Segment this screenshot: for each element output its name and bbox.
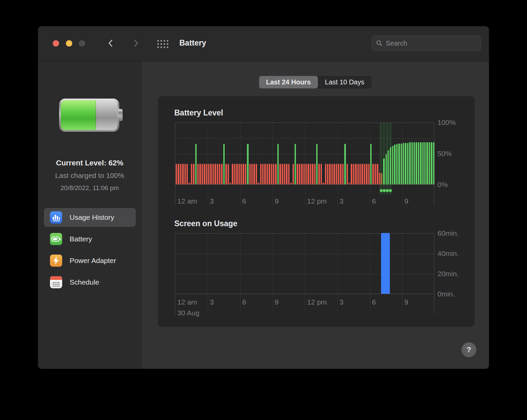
tab-last-10-days[interactable]: Last 10 Days — [318, 76, 372, 88]
y-axis-label: 100% — [437, 119, 456, 127]
sidebar-item-schedule[interactable]: Schedule — [44, 273, 136, 292]
battery-level-bar — [318, 164, 320, 184]
battery-level-bar — [239, 164, 240, 184]
x-axis-label: 9 — [275, 298, 279, 306]
sidebar-item-battery[interactable]: Battery — [44, 230, 136, 248]
battery-level-bar — [325, 164, 327, 184]
battery-level-bar — [426, 142, 428, 184]
battery-level-bar — [312, 164, 313, 184]
sidebar-item-power-adapter[interactable]: Power Adapter — [44, 251, 136, 270]
usage-history-icon — [50, 211, 62, 224]
battery-level-bar — [407, 143, 409, 184]
battery-level-bar — [217, 164, 219, 184]
calendar-dots — [52, 282, 60, 287]
battery-level-bar — [180, 164, 182, 184]
battery-level-bar — [361, 164, 363, 184]
charge-plug-dot — [386, 189, 389, 192]
charge-plug-dot — [380, 189, 383, 192]
schedule-icon — [50, 276, 62, 288]
zoom-window-button[interactable] — [79, 40, 85, 47]
back-button[interactable] — [105, 37, 117, 49]
sidebar-item-usage-history[interactable]: Usage History — [44, 208, 136, 227]
battery-level-bar — [353, 164, 355, 184]
battery-level-bar — [297, 164, 298, 184]
battery-level-bar — [370, 144, 372, 184]
x-axis-label: 6 — [372, 298, 376, 306]
x-axis-label: 12 am — [177, 298, 197, 306]
show-all-preferences-icon[interactable] — [157, 40, 169, 50]
battery-level-bar — [295, 144, 296, 184]
battery-level-bar — [303, 164, 305, 184]
battery-level-bar — [385, 154, 387, 184]
battery-level-bar — [247, 144, 249, 184]
battery-level-bar — [202, 164, 203, 184]
screen-usage-plot — [175, 233, 435, 294]
x-axis-label: 3 — [340, 197, 344, 205]
x-axis-label: 3 — [210, 298, 214, 306]
battery-level-bar — [271, 164, 273, 184]
battery-level-bar — [210, 164, 212, 184]
battery-level-bar — [262, 164, 264, 184]
battery-level-bar — [234, 164, 236, 184]
battery-level-bar — [347, 164, 348, 184]
sidebar-item-label: Battery — [70, 235, 92, 243]
battery-level-bar — [321, 164, 322, 184]
battery-level-bar — [416, 142, 417, 184]
battery-level-bar — [269, 164, 270, 184]
battery-level-bar — [219, 164, 221, 184]
title-bar: Battery — [38, 26, 489, 61]
close-window-button[interactable] — [53, 40, 59, 47]
x-axis-label: 3 — [210, 197, 214, 205]
battery-level-bar — [228, 164, 229, 184]
battery-level-bar — [390, 147, 392, 184]
battery-level-bar — [215, 164, 216, 184]
battery-level-bar — [331, 164, 333, 184]
help-button[interactable]: ? — [461, 342, 476, 357]
tab-last-24-hours[interactable]: Last 24 Hours — [259, 76, 318, 88]
x-axis-label: 3 — [340, 298, 344, 306]
battery-level-bar — [286, 164, 287, 184]
gridline — [175, 138, 435, 139]
battery-level-bar — [236, 164, 238, 184]
screen-usage-chart: 30 Aug 12 am36912 pm369 — [175, 233, 434, 314]
battery-level-bar — [223, 144, 225, 184]
search-field[interactable] — [372, 35, 481, 51]
battery-icon — [50, 233, 62, 245]
battery-preferences-window: Battery Current Level: 62% Last charged … — [38, 26, 489, 369]
battery-level-bar — [290, 183, 292, 184]
battery-level-bar — [204, 164, 205, 184]
battery-level-bar — [333, 164, 335, 184]
battery-level-bar — [193, 164, 195, 184]
battery-level-bar — [178, 164, 179, 184]
battery-level-bar — [212, 164, 214, 184]
battery-graphic-body — [61, 100, 118, 130]
minimize-window-button[interactable] — [66, 40, 72, 47]
y-axis-label: 50% — [437, 150, 452, 158]
gridline — [175, 254, 435, 254]
battery-level-bar — [253, 164, 255, 184]
battery-level-bar — [186, 164, 188, 184]
battery-level-bar — [357, 164, 359, 184]
battery-level-bar — [221, 164, 223, 184]
forward-button[interactable] — [130, 37, 142, 49]
battery-level-bar — [301, 164, 303, 184]
y-axis-label: 20min. — [437, 270, 459, 278]
battery-level-bar — [256, 164, 257, 184]
sidebar-menu: Usage History Battery Po — [44, 208, 136, 294]
battery-level-bar — [225, 164, 227, 184]
battery-level-bar — [206, 164, 208, 184]
calendar-header — [50, 276, 62, 280]
battery-level-bar — [387, 150, 389, 184]
battery-level-bar — [372, 164, 374, 184]
battery-level-bar — [403, 143, 404, 184]
battery-level-bar — [336, 164, 337, 184]
search-input[interactable] — [386, 40, 477, 47]
x-axis-label: 9 — [275, 197, 279, 205]
battery-level-bar — [329, 164, 331, 184]
battery-level-bar — [189, 183, 190, 184]
battery-level-bar — [323, 183, 324, 184]
battery-level-plot — [175, 123, 435, 185]
battery-graphic — [59, 99, 119, 132]
battery-level-bar — [338, 164, 340, 184]
battery-level-bar — [429, 142, 430, 184]
